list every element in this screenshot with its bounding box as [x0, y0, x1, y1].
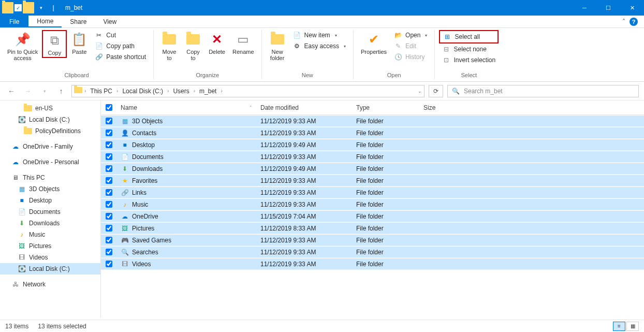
copy-to-button[interactable]: Copy to [182, 30, 204, 62]
chevron-right-icon[interactable]: › [194, 88, 195, 94]
home-tab[interactable]: Home [28, 16, 62, 27]
sidebar-item[interactable]: 💽Local Disk (C:) [0, 263, 100, 275]
chevron-right-icon[interactable]: › [167, 88, 169, 94]
thumbnails-view-button[interactable]: ▦ [626, 322, 639, 331]
row-checkbox[interactable] [101, 213, 116, 220]
file-row[interactable]: 🔗Links 11/12/2019 9:33 AM File folder [101, 186, 644, 198]
row-checkbox[interactable] [101, 237, 116, 243]
paste-shortcut-button[interactable]: 🔗Paste shortcut [92, 52, 149, 62]
navigation-pane[interactable]: en-US💽Local Disk (C:)PolicyDefinitions☁O… [0, 100, 101, 318]
refresh-button[interactable]: ⟳ [429, 85, 443, 97]
status-bar: 13 items 13 items selected ≡ ▦ [0, 320, 644, 332]
view-tab[interactable]: View [95, 16, 125, 27]
forward-button[interactable]: → [22, 85, 34, 97]
chevron-right-icon[interactable]: › [221, 88, 222, 94]
file-row[interactable]: ♪Music 11/12/2019 9:33 AM File folder [101, 198, 644, 210]
row-checkbox[interactable] [101, 141, 116, 148]
header-date[interactable]: Date modified [256, 104, 352, 111]
sidebar-item[interactable]: 🖧Network [0, 279, 100, 290]
file-row[interactable]: 📄Documents 11/12/2019 9:33 AM File folde… [101, 151, 644, 163]
header-size[interactable]: Size [419, 104, 461, 111]
file-row[interactable]: 🖼Pictures 11/12/2019 8:33 AM File folder [101, 222, 644, 234]
open-button[interactable]: 📂Open▾ [391, 30, 430, 40]
sidebar-item[interactable]: 🖼Pictures [0, 240, 100, 252]
up-button[interactable]: ↑ [55, 85, 67, 97]
search-box[interactable]: 🔍 Search m_bet [447, 85, 639, 97]
address-bar[interactable]: › This PC › Local Disk (C:) › Users › m_… [71, 85, 425, 97]
new-folder-button[interactable]: New folder [266, 30, 289, 62]
share-tab[interactable]: Share [62, 16, 95, 27]
select-none-button[interactable]: ⊟Select none [439, 44, 499, 54]
header-checkbox[interactable] [101, 104, 116, 111]
row-checkbox[interactable] [101, 261, 116, 267]
sidebar-item[interactable]: ⬇Downloads [0, 218, 100, 229]
cut-button[interactable]: ✂Cut [92, 30, 149, 40]
move-to-button[interactable]: Move to [158, 30, 181, 62]
recent-locations-button[interactable]: ▾ [38, 85, 51, 97]
properties-button[interactable]: ✔Properties [358, 30, 390, 56]
file-row[interactable]: ▦3D Objects 11/12/2019 9:33 AM File fold… [101, 115, 644, 127]
row-checkbox[interactable] [101, 129, 116, 136]
file-row[interactable]: 🔍Searches 11/12/2019 9:33 AM File folder [101, 246, 644, 258]
sidebar-item[interactable]: 💽Local Disk (C:) [0, 114, 100, 125]
file-row[interactable]: ■Desktop 11/12/2019 9:49 AM File folder [101, 139, 644, 151]
row-checkbox[interactable] [101, 165, 116, 172]
row-checkbox[interactable] [101, 153, 116, 160]
sidebar-item[interactable]: 🖥This PC [0, 172, 100, 183]
file-row[interactable]: ⬇Downloads 11/12/2019 9:49 AM File folde… [101, 163, 644, 175]
new-item-button[interactable]: 📄New item▾ [290, 30, 349, 40]
file-tab[interactable]: File [0, 16, 28, 27]
sidebar-item[interactable]: PolicyDefinitions [0, 125, 100, 137]
row-checkbox[interactable] [101, 201, 116, 208]
breadcrumb[interactable]: This PC [88, 88, 114, 95]
file-type: File folder [352, 129, 419, 137]
row-checkbox[interactable] [101, 225, 116, 232]
sidebar-item[interactable]: ☁OneDrive - Personal [0, 156, 100, 168]
paste-button[interactable]: 📋 Paste [68, 30, 91, 56]
qat-dropdown-icon[interactable]: ▾ [35, 2, 47, 13]
address-dropdown-icon[interactable]: ⌄ [418, 89, 422, 94]
row-checkbox[interactable] [101, 189, 116, 196]
row-checkbox[interactable] [101, 249, 116, 255]
collapse-ribbon-icon[interactable]: ˄ [622, 18, 625, 25]
chevron-right-icon[interactable]: › [116, 88, 118, 94]
checkbox-qat-icon[interactable]: ✓ [14, 4, 22, 11]
minimize-button[interactable]: ─ [573, 0, 596, 16]
select-all-button[interactable]: ⊞Select all [439, 30, 499, 44]
rename-button[interactable]: ▭Rename [229, 30, 257, 56]
file-row[interactable]: ☁OneDrive 11/15/2019 7:04 AM File folder [101, 210, 644, 222]
delete-button[interactable]: ✕Delete [206, 30, 228, 56]
file-row[interactable]: 🎮Saved Games 11/12/2019 9:33 AM File fol… [101, 234, 644, 246]
history-button[interactable]: 🕓History [391, 52, 430, 62]
sidebar-item[interactable]: en-US [0, 103, 100, 114]
contacts-icon: 👤 [121, 129, 129, 137]
breadcrumb[interactable]: Local Disk (C:) [120, 88, 165, 95]
easy-access-button[interactable]: ⚙Easy access▾ [290, 41, 349, 51]
copy-path-button[interactable]: 📄Copy path [92, 41, 149, 51]
back-button[interactable]: ← [5, 85, 18, 97]
edit-button[interactable]: ✎Edit [391, 41, 430, 51]
breadcrumb[interactable]: Users [171, 88, 191, 95]
chevron-right-icon[interactable]: › [84, 88, 86, 94]
sidebar-item[interactable]: 📄Documents [0, 206, 100, 218]
copy-button[interactable]: ⧉ Copy [42, 30, 67, 58]
sidebar-item[interactable]: 🎞Videos [0, 252, 100, 263]
header-type[interactable]: Type [352, 104, 419, 111]
breadcrumb[interactable]: m_bet [197, 88, 218, 95]
row-checkbox[interactable] [101, 118, 116, 124]
maximize-button[interactable]: ☐ [596, 0, 620, 16]
file-row[interactable]: ★Favorites 11/12/2019 9:33 AM File folde… [101, 175, 644, 186]
file-row[interactable]: 👤Contacts 11/12/2019 9:33 AM File folder [101, 127, 644, 139]
row-checkbox[interactable] [101, 177, 116, 184]
file-row[interactable]: 🎞Videos 11/12/2019 9:33 AM File folder [101, 258, 644, 270]
sidebar-item[interactable]: ■Desktop [0, 195, 100, 206]
sidebar-item[interactable]: ♪Music [0, 229, 100, 240]
pin-quick-access-button[interactable]: 📌 Pin to Quick access [4, 30, 41, 62]
sidebar-item[interactable]: ☁OneDrive - Family [0, 141, 100, 152]
sidebar-item[interactable]: ▦3D Objects [0, 183, 100, 195]
help-icon[interactable]: ? [630, 18, 638, 26]
invert-selection-button[interactable]: ⊡Invert selection [439, 55, 499, 65]
header-name[interactable]: Name˄ [116, 104, 256, 111]
close-button[interactable]: ✕ [620, 0, 644, 16]
details-view-button[interactable]: ≡ [613, 322, 625, 331]
